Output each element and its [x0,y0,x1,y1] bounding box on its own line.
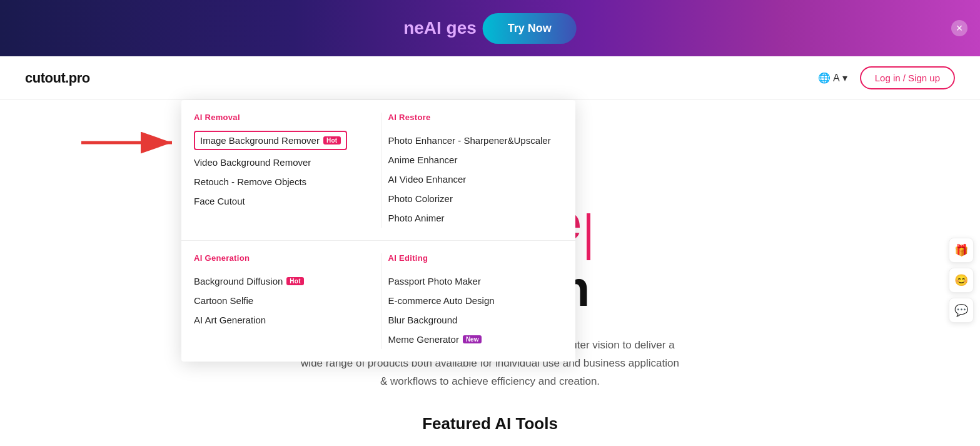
menu-item-retouch[interactable]: Retouch - Remove Objects [194,172,369,191]
featured-ai-tools-title: Featured AI Tools [422,414,558,433]
hero-cursor [587,213,590,260]
anime-enhancer-label: Anime Enhancer [388,155,458,165]
menu-item-background-diffusion[interactable]: Background Diffusion Hot [194,271,369,291]
nav-right: 🌐 A ▾ Log in / Sign up [818,66,955,89]
menu-item-ai-art-generation[interactable]: AI Art Generation [194,310,369,330]
video-bg-remover-label: Video Background Remover [194,157,311,168]
menu-item-ecommerce-auto-design[interactable]: E-commerce Auto Design [388,291,563,310]
menu-item-image-bg-remover[interactable]: Image Background Remover Hot [194,131,347,150]
cartoon-selfie-label: Cartoon Selfie [194,295,253,306]
menu-item-meme-generator[interactable]: Meme Generator New [388,330,563,349]
dropdown-bottom-section: AI Generation Background Diffusion Hot C… [181,241,575,362]
ai-generation-title: AI Generation [194,253,369,263]
ai-restore-column: AI Restore Photo Enhancer - Sharpener&Up… [381,113,563,228]
meme-generator-label: Meme Generator [388,334,459,345]
ai-generation-column: AI Generation Background Diffusion Hot C… [194,253,381,349]
hero-subtitle-line3: & workflows to achieve efficiency and cr… [0,373,980,391]
photo-animer-label: Photo Animer [388,213,445,223]
ai-editing-column: AI Editing Passport Photo Maker E-commer… [381,253,563,349]
user-widget-button[interactable]: 😊 [949,268,974,293]
background-diffusion-label: Background Diffusion [194,276,283,286]
banner-title-part2: ges [447,18,477,38]
gift-widget-button[interactable]: 🎁 [949,238,974,263]
side-widgets-panel: 🎁 😊 💬 [949,238,974,323]
blur-background-label: Blur Background [388,315,458,325]
dropdown-top-section: AI Removal Image Background Remover Hot … [181,100,575,241]
menu-item-photo-animer[interactable]: Photo Animer [388,208,563,228]
menu-item-video-bg-remover[interactable]: Video Background Remover [194,153,369,172]
login-button[interactable]: Log in / Sign up [860,66,955,89]
menu-item-photo-enhancer[interactable]: Photo Enhancer - Sharpener&Upscaler [388,131,563,150]
menu-item-blur-background[interactable]: Blur Background [388,310,563,330]
language-selector[interactable]: 🌐 A ▾ [818,72,847,84]
ai-video-enhancer-label: AI Video Enhancer [388,174,467,185]
banner-title: neAI ges [403,18,477,38]
lang-label: A [833,73,840,84]
lang-arrow-icon: ▾ [842,72,847,84]
banner-close-button[interactable]: × [951,20,967,36]
menu-item-ai-video-enhancer[interactable]: AI Video Enhancer [388,170,563,189]
ai-editing-title: AI Editing [388,253,563,263]
menu-item-face-cutout[interactable]: Face Cutout [194,191,369,211]
menu-item-photo-colorizer[interactable]: Photo Colorizer [388,189,563,208]
photo-enhancer-label: Photo Enhancer - Sharpener&Upscaler [388,135,551,146]
face-cutout-label: Face Cutout [194,196,245,206]
new-badge: New [463,335,482,343]
ai-removal-title: AI Removal [194,113,369,122]
main-nav: cutout.pro 🌐 A ▾ Log in / Sign up [0,56,980,100]
hot-badge: Hot [323,136,341,144]
menu-item-cartoon-selfie[interactable]: Cartoon Selfie [194,291,369,310]
banner-text-area: neAI ges Try Now [403,13,577,44]
retouch-label: Retouch - Remove Objects [194,176,306,187]
banner-title-part1: neAI [403,18,442,38]
menu-item-passport-photo[interactable]: Passport Photo Maker [388,271,563,291]
try-now-button[interactable]: Try Now [483,13,577,44]
ecommerce-auto-design-label: E-commerce Auto Design [388,295,495,306]
ai-restore-title: AI Restore [388,113,563,122]
site-logo[interactable]: cutout.pro [25,70,90,86]
hot-badge-diffusion: Hot [286,277,304,285]
dropdown-menu: AI Removal Image Background Remover Hot … [181,100,575,362]
photo-colorizer-label: Photo Colorizer [388,193,453,204]
menu-item-anime-enhancer[interactable]: Anime Enhancer [388,150,563,170]
passport-photo-label: Passport Photo Maker [388,276,481,286]
top-banner: neAI ges Try Now × [0,0,980,56]
chat-widget-button[interactable]: 💬 [949,298,974,323]
ai-removal-column: AI Removal Image Background Remover Hot … [194,113,381,228]
image-bg-remover-label: Image Background Remover [200,135,320,146]
translate-icon: 🌐 [818,72,831,84]
red-arrow-indicator [81,130,181,158]
ai-art-generation-label: AI Art Generation [194,315,266,325]
